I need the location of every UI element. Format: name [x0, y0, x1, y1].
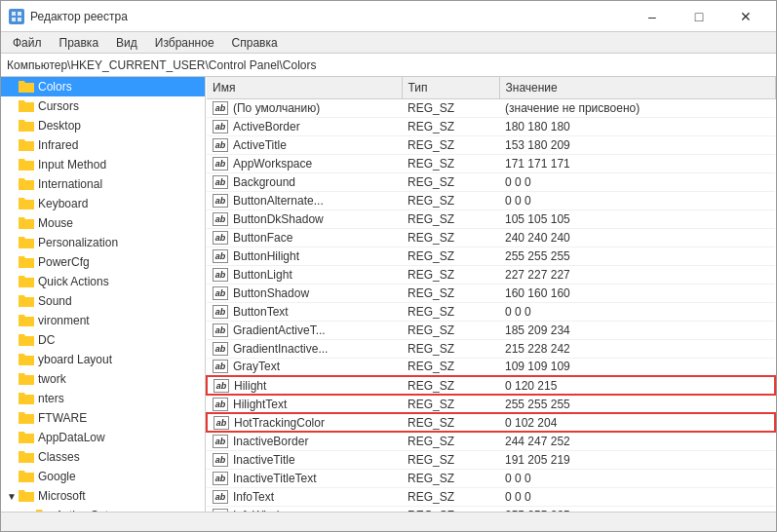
table-row[interactable]: abGradientActiveT...REG_SZ185 209 234	[207, 321, 775, 339]
table-row[interactable]: abButtonDkShadowREG_SZ105 105 105	[207, 209, 775, 228]
tree-item-twork[interactable]: twork	[1, 369, 205, 389]
menu-help[interactable]: Справка	[224, 34, 286, 52]
table-row[interactable]: abGradientInactive...REG_SZ215 228 242	[207, 339, 775, 358]
expand-icon	[5, 470, 19, 483]
tree-item-personalization[interactable]: Personalization	[1, 233, 205, 252]
tree-item-vironment[interactable]: vironment	[1, 311, 205, 330]
menu-file[interactable]: Файл	[5, 34, 50, 52]
cell-type: REG_SZ	[402, 321, 499, 339]
tree-item-cursors[interactable]: Cursors	[1, 96, 205, 116]
registry-editor-window: Редактор реестра – □ ✕ Файл Правка Вид И…	[0, 0, 777, 532]
reg-sz-icon: ab	[213, 398, 228, 411]
title-left: Редактор реестра	[9, 9, 128, 24]
cell-value: 255 255 255	[499, 395, 775, 413]
table-row[interactable]: abButtonFaceREG_SZ240 240 240	[207, 228, 775, 247]
col-header-name[interactable]: Имя	[207, 77, 402, 98]
cell-type: REG_SZ	[402, 191, 499, 209]
title-bar: Редактор реестра – □ ✕	[1, 1, 776, 32]
expand-icon	[5, 431, 19, 444]
menu-edit[interactable]: Правка	[52, 34, 107, 52]
cell-name: abGradientActiveT...	[207, 321, 402, 339]
table-row[interactable]: abHotTrackingColorREG_SZ0 102 204	[207, 413, 775, 432]
folder-icon	[19, 352, 34, 367]
cell-name: abGrayText	[207, 358, 402, 376]
tree-item-google[interactable]: Google	[1, 467, 205, 486]
table-row[interactable]: abInactiveBorderREG_SZ244 247 252	[207, 432, 775, 450]
table-row[interactable]: abActiveTitleREG_SZ153 180 209	[207, 135, 775, 154]
cell-value: 0 0 0	[499, 302, 775, 321]
folder-icon	[19, 274, 34, 289]
tree-item-yboard-layout[interactable]: yboard Layout	[1, 350, 205, 369]
expand-icon	[5, 119, 19, 133]
minimize-button[interactable]: –	[630, 2, 675, 31]
cell-value: (значение не присвоено)	[499, 98, 775, 117]
menu-view[interactable]: Вид	[108, 34, 145, 52]
tree-item-microsoft[interactable]: ▼ Microsoft	[1, 486, 205, 506]
tree-item-infrared[interactable]: Infrared	[1, 135, 205, 155]
expand-icon	[5, 294, 19, 308]
col-header-value[interactable]: Значение	[499, 77, 775, 98]
maximize-button[interactable]: □	[677, 2, 721, 31]
close-button[interactable]: ✕	[723, 2, 768, 31]
tree-label: Infrared	[38, 138, 78, 152]
folder-icon	[19, 215, 34, 231]
folder-icon	[19, 488, 34, 504]
tree-item-quick-actions[interactable]: Quick Actions	[1, 272, 205, 291]
table-row[interactable]: abButtonAlternate...REG_SZ0 0 0	[207, 191, 775, 209]
cell-name: abHilight	[207, 376, 402, 395]
tree-item-colors[interactable]: Colors	[1, 77, 205, 96]
left-panel[interactable]: Colors Cursors Desktop	[1, 77, 206, 512]
tree-item-appdatalow[interactable]: AppDataLow	[1, 428, 205, 447]
tree-item-international[interactable]: International	[1, 174, 205, 194]
cell-type: REG_SZ	[402, 487, 499, 506]
expand-icon	[5, 99, 19, 113]
tree-item-classes[interactable]: Classes	[1, 447, 205, 467]
tree-item-powercfg[interactable]: PowerCfg	[1, 252, 205, 272]
table-row[interactable]: abGrayTextREG_SZ109 109 109	[207, 358, 775, 376]
table-row[interactable]: abButtonTextREG_SZ0 0 0	[207, 302, 775, 321]
tree-item-dc[interactable]: DC	[1, 330, 205, 350]
folder-icon	[19, 469, 34, 484]
tree-item-input-method[interactable]: Input Method	[1, 155, 205, 174]
cell-type: REG_SZ	[402, 413, 499, 432]
tree-item-keyboard[interactable]: Keyboard	[1, 194, 205, 213]
reg-sz-icon: ab	[213, 286, 228, 300]
table-row[interactable]: abInactiveTitleTextREG_SZ0 0 0	[207, 469, 775, 487]
tree-item-nters[interactable]: nters	[1, 389, 205, 408]
cell-name: abInactiveTitle	[207, 450, 402, 469]
menu-favorites[interactable]: Избранное	[147, 34, 222, 52]
expand-icon	[5, 158, 19, 171]
table-row[interactable]: abHilightTextREG_SZ255 255 255	[207, 395, 775, 413]
expand-icon-microsoft: ▼	[5, 489, 19, 503]
cell-name: abHilightText	[207, 395, 402, 413]
table-row[interactable]: abInactiveTitleREG_SZ191 205 219	[207, 450, 775, 469]
reg-sz-icon: ab	[213, 268, 228, 282]
table-row[interactable]: abInfoTextREG_SZ0 0 0	[207, 487, 775, 506]
folder-icon	[19, 410, 34, 426]
cell-name: abInactiveTitleText	[207, 469, 402, 487]
col-header-type[interactable]: Тип	[402, 77, 499, 98]
table-row[interactable]: abBackgroundREG_SZ0 0 0	[207, 172, 775, 191]
cell-value: 180 180 180	[499, 117, 775, 135]
table-row[interactable]: ab(По умолчанию)REG_SZ(значение не присв…	[207, 98, 775, 117]
table-row[interactable]: abAppWorkspaceREG_SZ171 171 171	[207, 154, 775, 172]
tree-item-sound[interactable]: Sound	[1, 291, 205, 311]
right-panel[interactable]: Имя Тип Значение ab(По умолчанию)REG_SZ(…	[206, 77, 776, 512]
menu-bar: Файл Правка Вид Избранное Справка	[1, 32, 776, 54]
tree-item-desktop[interactable]: Desktop	[1, 116, 205, 135]
window-controls: – □ ✕	[630, 2, 768, 31]
cell-value: 240 240 240	[499, 228, 775, 247]
table-row[interactable]: abButtonShadowREG_SZ160 160 160	[207, 284, 775, 302]
reg-sz-icon: ab	[213, 157, 228, 171]
table-row[interactable]: abHilightREG_SZ0 120 215	[207, 376, 775, 395]
table-row[interactable]: abActiveBorderREG_SZ180 180 180	[207, 117, 775, 135]
table-row[interactable]: abButtonHilightREG_SZ255 255 255	[207, 247, 775, 265]
tree-item-ftware[interactable]: FTWARE	[1, 408, 205, 428]
reg-sz-icon: ab	[213, 305, 228, 319]
tree-label: Quick Actions	[38, 275, 109, 288]
cell-value: 171 171 171	[499, 154, 775, 172]
table-row[interactable]: abButtonLightREG_SZ227 227 227	[207, 265, 775, 284]
tree-item-mouse[interactable]: Mouse	[1, 213, 205, 233]
cell-name: abActiveBorder	[207, 117, 402, 135]
tree-label: yboard Layout	[38, 353, 112, 366]
